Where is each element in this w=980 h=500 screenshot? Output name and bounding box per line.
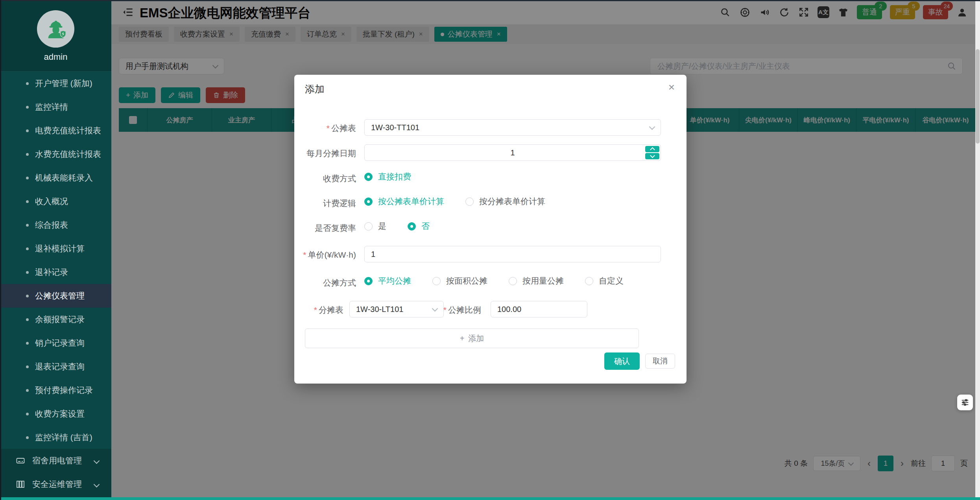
sidebar-group-safety-ops[interactable]: 安全运维管理 [0, 472, 111, 496]
vertical-scrollbar[interactable] [975, 0, 980, 500]
sidebar-item-label: 退补记录 [35, 267, 68, 278]
radio-custom-share[interactable] [585, 277, 593, 285]
scrollbar-thumb[interactable] [976, 49, 980, 144]
columns-icon [16, 480, 25, 489]
sidebar-groups: 宿舍用电管理 安全运维管理 [0, 449, 111, 500]
sidebar-item-refund-simulation[interactable]: 退补模拟计算 [0, 237, 111, 260]
share-meter-select-value[interactable] [365, 120, 661, 135]
sidebar-item-label: 收费方案设置 [35, 408, 85, 419]
sidebar-item-monitoring-detail[interactable]: 监控详情 [0, 95, 111, 119]
sidebar-item-mechanical-meter-entry[interactable]: 机械表能耗录入 [0, 166, 111, 190]
sidebar-item-shared-meter-management[interactable]: 公摊仪表管理 [0, 284, 111, 308]
add-sub-meter-row-button[interactable]: + 添加 [305, 328, 639, 348]
radio-by-shared-meter-price[interactable] [364, 197, 373, 206]
field-label-unit-price: *单价(¥/kW·h) [294, 249, 356, 260]
radio-label[interactable]: 按公摊表单价计算 [378, 196, 444, 207]
required-asterisk: * [443, 305, 447, 314]
radio-multi-rate-yes[interactable] [364, 222, 373, 231]
share-meter-select[interactable] [364, 119, 661, 136]
sidebar-item-label: 退补模拟计算 [35, 243, 85, 254]
required-asterisk: * [303, 250, 306, 259]
unit-price-input[interactable] [365, 246, 661, 262]
bullet-icon [26, 200, 29, 203]
sidebar-item-electricity-recharge-report[interactable]: 电费充值统计报表 [0, 119, 111, 142]
cancel-button[interactable]: 取消 [645, 354, 675, 369]
add-row-label: 添加 [468, 333, 484, 344]
radio-label[interactable]: 直接扣费 [378, 171, 411, 182]
stepper-up-button[interactable] [645, 146, 659, 152]
radio-label[interactable]: 否 [421, 221, 430, 232]
sidebar-item-balance-alarm-records[interactable]: 余额报警记录 [0, 308, 111, 331]
sidebar: admin 开户管理 (新加) 监控详情 电费充值统计报表 水费充值统计报表 机… [0, 0, 111, 500]
stepper-buttons [645, 146, 659, 159]
meter-card-icon [16, 456, 25, 465]
sidebar-item-label: 公摊仪表管理 [35, 290, 85, 301]
multi-rate-radio-group: 是 否 [364, 221, 430, 232]
sidebar-item-label: 监控详情 (吉首) [35, 432, 92, 443]
bullet-icon [26, 271, 29, 274]
share-ratio-input[interactable] [491, 301, 587, 317]
charge-mode-radio-group: 直接扣费 [364, 171, 411, 182]
unit-price-field [364, 246, 661, 262]
radio-label[interactable]: 平均公摊 [378, 275, 411, 286]
field-label-share-method: 公摊方式 [294, 277, 356, 288]
sidebar-profile: admin [0, 0, 111, 72]
sidebar-item-label: 销户记录查询 [35, 338, 85, 349]
sidebar-item-income-overview[interactable]: 收入概况 [0, 190, 111, 213]
sidebar-item-charge-plan-settings[interactable]: 收费方案设置 [0, 402, 111, 426]
sidebar-item-label: 电费充值统计报表 [35, 125, 101, 136]
radio-by-area-share[interactable] [432, 277, 441, 285]
sidebar-menu: 开户管理 (新加) 监控详情 电费充值统计报表 水费充值统计报表 机械表能耗录入… [0, 72, 111, 449]
sidebar-item-water-recharge-report[interactable]: 水费充值统计报表 [0, 142, 111, 166]
radio-label[interactable]: 按分摊表单价计算 [479, 196, 545, 207]
sidebar-item-label: 监控详情 [35, 101, 68, 113]
bullet-icon [26, 129, 29, 132]
sidebar-item-comprehensive-report[interactable]: 综合报表 [0, 213, 111, 237]
stepper-down-button[interactable] [645, 153, 659, 159]
share-day-input[interactable] [365, 145, 661, 161]
radio-by-sub-meter-price[interactable] [465, 197, 474, 206]
radio-by-usage-share[interactable] [509, 277, 517, 285]
sidebar-item-label: 收入概况 [35, 196, 68, 207]
bullet-icon [26, 318, 29, 321]
billing-logic-radio-group: 按公摊表单价计算 按分摊表单价计算 [364, 196, 545, 207]
window-top-edge [0, 0, 980, 1]
sidebar-group-label: 安全运维管理 [32, 479, 82, 490]
dialog-footer: 确认 取消 [604, 352, 675, 370]
radio-label[interactable]: 按面积公摊 [446, 275, 487, 286]
share-ratio-field [491, 301, 587, 317]
share-day-stepper [364, 144, 661, 161]
avatar[interactable] [37, 10, 74, 48]
sidebar-item-prepaid-operation-records[interactable]: 预付费操作记录 [0, 378, 111, 402]
sidebar-group-dormitory-power[interactable]: 宿舍用电管理 [0, 449, 111, 472]
sidebar-item-label: 水费充值统计报表 [35, 149, 101, 160]
bullet-icon [26, 389, 29, 392]
bullet-icon [26, 436, 29, 439]
sidebar-item-account-opening[interactable]: 开户管理 (新加) [0, 72, 111, 95]
radio-average-share[interactable] [364, 277, 373, 285]
chevron-down-icon [94, 481, 100, 487]
sidebar-item-monitoring-detail-jishou[interactable]: 监控详情 (吉首) [0, 426, 111, 449]
sidebar-item-refund-records[interactable]: 退补记录 [0, 260, 111, 284]
chevron-down-icon [94, 458, 100, 464]
app-window: EMS企业微电网能效管理平台 A文 [0, 0, 980, 500]
sidebar-item-meter-return-query[interactable]: 退表记录查询 [0, 355, 111, 378]
sidebar-item-label: 退表记录查询 [35, 361, 85, 372]
sidebar-item-label: 预付费操作记录 [35, 385, 93, 396]
close-icon[interactable]: × [668, 82, 675, 93]
radio-label[interactable]: 自定义 [599, 275, 624, 286]
field-label-billing-logic: 计费逻辑 [294, 198, 356, 209]
sidebar-item-label: 综合报表 [35, 220, 68, 231]
bullet-icon [26, 365, 29, 368]
username: admin [0, 52, 111, 62]
sidebar-item-account-closure-query[interactable]: 销户记录查询 [0, 331, 111, 355]
radio-multi-rate-no[interactable] [408, 222, 416, 231]
radio-label[interactable]: 是 [378, 221, 386, 232]
confirm-button[interactable]: 确认 [604, 352, 640, 370]
sidebar-item-label: 开户管理 (新加) [35, 78, 92, 89]
share-method-radio-group: 平均公摊 按面积公摊 按用量公摊 自定义 [364, 275, 624, 286]
table-settings-button[interactable] [957, 395, 973, 410]
radio-direct-deduction[interactable] [364, 173, 373, 181]
bullet-icon [26, 295, 29, 297]
radio-label[interactable]: 按用量公摊 [522, 275, 564, 286]
